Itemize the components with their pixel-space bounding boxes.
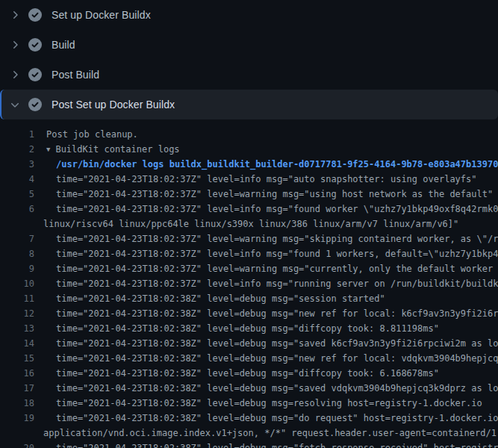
line-number[interactable]: 4 — [0, 172, 34, 187]
log-line: 8 time="2021-04-23T18:02:37Z" level=info… — [0, 246, 498, 261]
log-line: 3 /usr/bin/docker logs buildx_buildkit_b… — [0, 157, 498, 172]
step-label: Set up Docker Buildx — [52, 9, 151, 21]
check-circle-icon — [28, 38, 42, 52]
log-text: time="2021-04-23T18:02:38Z" level=debug … — [56, 366, 439, 381]
line-number[interactable]: 19 — [0, 411, 34, 426]
chevron-down-icon[interactable] — [9, 99, 21, 111]
check-circle-icon — [28, 68, 42, 81]
log-text: time="2021-04-23T18:02:37Z" level=info m… — [56, 172, 477, 187]
log-text: time="2021-04-23T18:02:37Z" level=warnin… — [56, 261, 498, 276]
log-line: 19 time="2021-04-23T18:02:38Z" level=deb… — [0, 411, 498, 426]
line-number[interactable]: 20 — [0, 441, 34, 448]
line-number[interactable]: 5 — [0, 187, 34, 202]
collapse-caret-icon[interactable]: ▼ — [46, 142, 50, 157]
line-number[interactable]: 8 — [0, 246, 34, 261]
line-number[interactable]: 1 — [0, 127, 34, 142]
line-number[interactable]: 12 — [0, 306, 34, 321]
log-line: 9 time="2021-04-23T18:02:37Z" level=warn… — [0, 261, 498, 276]
log-text: time="2021-04-23T18:02:38Z" level=debug … — [56, 291, 385, 306]
steps-list: Set up Docker Buildx Build P — [0, 0, 498, 119]
log-line: 1 Post job cleanup. — [0, 127, 498, 142]
line-number[interactable]: 15 — [0, 351, 34, 366]
line-number[interactable]: 7 — [0, 231, 34, 246]
log-line: linux/riscv64 linux/ppc64le linux/s390x … — [0, 217, 498, 231]
log-text: Post job cleanup. — [46, 127, 138, 142]
log-line: 15 time="2021-04-23T18:02:38Z" level=deb… — [0, 351, 498, 366]
log-text: time="2021-04-23T18:02:38Z" level=debug … — [56, 351, 498, 366]
log-text: time="2021-04-23T18:02:38Z" level=debug … — [56, 321, 439, 336]
line-number[interactable]: 3 — [0, 157, 34, 172]
log-line: 16 time="2021-04-23T18:02:38Z" level=deb… — [0, 366, 498, 381]
log-line: 11 time="2021-04-23T18:02:38Z" level=deb… — [0, 291, 498, 306]
log-line: 7 time="2021-04-23T18:02:37Z" level=warn… — [0, 231, 498, 246]
log-area: 1 Post job cleanup. 2 ▼BuildKit containe… — [0, 119, 498, 448]
step-label: Build — [52, 39, 75, 51]
actions-log-viewer: Set up Docker Buildx Build P — [0, 0, 498, 448]
log-text: time="2021-04-23T18:02:37Z" level=warnin… — [56, 231, 498, 246]
log-text: time="2021-04-23T18:02:37Z" level=info m… — [56, 276, 498, 291]
log-text: time="2021-04-23T18:02:38Z" level=debug … — [56, 381, 498, 396]
log-text: time="2021-04-23T18:02:38Z" level=debug … — [56, 396, 482, 411]
check-circle-icon — [28, 98, 42, 111]
log-text: time="2021-04-23T18:02:37Z" level=info m… — [56, 246, 498, 261]
chevron-right-icon[interactable] — [9, 39, 21, 51]
line-number[interactable]: 10 — [0, 276, 34, 291]
log-group-line: 2 ▼BuildKit container logs — [0, 142, 498, 157]
line-number[interactable]: 11 — [0, 291, 34, 306]
log-line: 12 time="2021-04-23T18:02:38Z" level=deb… — [0, 306, 498, 321]
line-number[interactable] — [0, 217, 34, 231]
line-number[interactable]: 9 — [0, 261, 34, 276]
check-circle-icon — [28, 8, 42, 22]
line-number[interactable]: 6 — [0, 202, 34, 217]
log-text: time="2021-04-23T18:02:38Z" level=debug … — [56, 336, 498, 351]
step-header-post-set-up-docker-buildx[interactable]: Post Set up Docker Buildx — [0, 90, 498, 119]
log-text: linux/riscv64 linux/ppc64le linux/s390x … — [43, 217, 458, 231]
log-line: application/vnd.oci.image.index.v1+json,… — [0, 426, 498, 441]
log-line: 5 time="2021-04-23T18:02:37Z" level=warn… — [0, 187, 498, 202]
step-label: Post Build — [52, 69, 99, 81]
log-line: 20 time="2021-04-23T18:02:38Z" level=deb… — [0, 441, 498, 448]
line-number[interactable]: 2 — [0, 142, 34, 157]
chevron-right-icon[interactable] — [9, 9, 21, 21]
log-group-label[interactable]: BuildKit container logs — [55, 144, 179, 155]
log-line: 6 time="2021-04-23T18:02:37Z" level=info… — [0, 202, 498, 217]
log-line: 10 time="2021-04-23T18:02:37Z" level=inf… — [0, 276, 498, 291]
log-line: 13 time="2021-04-23T18:02:38Z" level=deb… — [0, 321, 498, 336]
log-line: 18 time="2021-04-23T18:02:38Z" level=deb… — [0, 396, 498, 411]
line-number[interactable]: 16 — [0, 366, 34, 381]
log-text: time="2021-04-23T18:02:38Z" level=debug … — [56, 441, 498, 448]
step-label: Post Set up Docker Buildx — [52, 99, 175, 111]
log-text: time="2021-04-23T18:02:38Z" level=debug … — [56, 411, 498, 426]
chevron-right-icon[interactable] — [9, 69, 21, 81]
step-header-set-up-docker-buildx[interactable]: Set up Docker Buildx — [0, 0, 498, 30]
log-text: time="2021-04-23T18:02:37Z" level=info m… — [56, 202, 498, 217]
line-number[interactable]: 14 — [0, 336, 34, 351]
line-number[interactable]: 18 — [0, 396, 34, 411]
command-text: /usr/bin/docker logs buildx_buildkit_bui… — [56, 157, 498, 172]
log-text: application/vnd.oci.image.index.v1+json,… — [43, 426, 498, 441]
line-number[interactable] — [0, 426, 34, 441]
log-text: ▼BuildKit container logs — [46, 142, 180, 157]
log-line: 14 time="2021-04-23T18:02:38Z" level=deb… — [0, 336, 498, 351]
log-text: time="2021-04-23T18:02:38Z" level=debug … — [56, 306, 498, 321]
line-number[interactable]: 17 — [0, 381, 34, 396]
log-line: 17 time="2021-04-23T18:02:38Z" level=deb… — [0, 381, 498, 396]
step-header-build[interactable]: Build — [0, 30, 498, 60]
log-text: time="2021-04-23T18:02:37Z" level=warnin… — [56, 187, 493, 202]
step-header-post-build[interactable]: Post Build — [0, 60, 498, 90]
log-line: 4 time="2021-04-23T18:02:37Z" level=info… — [0, 172, 498, 187]
line-number[interactable]: 13 — [0, 321, 34, 336]
